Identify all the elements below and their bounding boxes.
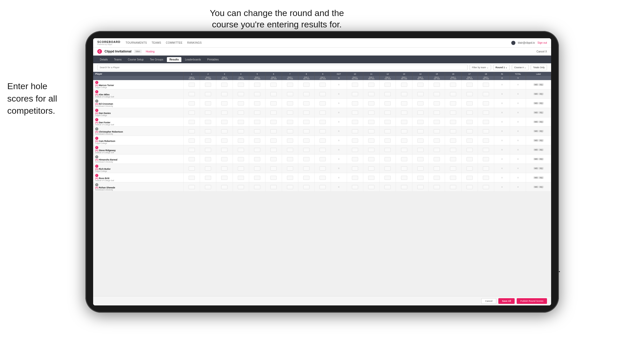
hole-3-input[interactable] [216,182,233,192]
score-input-h7[interactable] [287,111,293,115]
score-input-h15[interactable] [434,139,440,143]
score-input-h14[interactable] [417,166,424,171]
score-input-h2[interactable] [205,129,211,133]
score-input-h10[interactable] [352,129,358,133]
score-input-h13[interactable] [401,129,407,133]
score-input-h2[interactable] [205,111,211,115]
score-input-h7[interactable] [287,176,293,180]
hole-14-input[interactable] [412,136,428,145]
hole-10-input[interactable] [347,89,363,99]
score-input-h18[interactable] [483,185,489,189]
hole-8-input[interactable] [298,127,314,136]
hole-17-input[interactable] [461,99,478,108]
score-input-h17[interactable] [467,83,473,87]
score-input-h10[interactable] [352,148,358,152]
hole-16-input[interactable] [445,89,461,99]
hole-15-input[interactable] [429,182,445,192]
tab-course-setup[interactable]: Course Setup [125,57,146,62]
score-input-h7[interactable] [287,129,293,133]
wd-button[interactable]: WD [534,149,539,151]
score-input-h14[interactable] [417,185,424,189]
hole-1-input[interactable] [183,182,200,192]
hole-8-input[interactable] [298,173,314,182]
score-input-h2[interactable] [205,148,211,152]
publish-round-scores-btn[interactable]: Publish Round Scores [517,298,547,304]
hole-6-input[interactable] [265,182,282,192]
score-input-h1[interactable] [189,120,195,124]
hole-1-input[interactable] [183,80,200,89]
score-input-h8[interactable] [303,157,309,161]
score-input-h9[interactable] [320,157,326,161]
score-input-h13[interactable] [401,120,407,124]
wd-button[interactable]: WD [534,83,539,86]
score-input-h1[interactable] [189,139,195,143]
tab-teams[interactable]: Teams [112,57,124,62]
hole-17-input[interactable] [461,136,478,145]
hole-4-input[interactable] [233,173,249,182]
score-input-h3[interactable] [221,139,227,143]
hole-4-input[interactable] [233,136,249,145]
hole-7-input[interactable] [282,99,298,108]
score-input-h10[interactable] [352,120,358,124]
score-input-h4[interactable] [238,129,244,133]
hole-9-input[interactable] [315,127,331,136]
tab-tee-groups[interactable]: Tee Groups [147,57,166,62]
hole-11-input[interactable] [363,145,379,155]
course-select-btn[interactable]: Course A ⌄ [512,65,529,70]
score-input-h3[interactable] [221,185,227,189]
score-input-h18[interactable] [483,101,489,105]
nav-committee[interactable]: COMMITTEE [166,41,183,44]
score-input-h6[interactable] [270,111,277,115]
hole-16-input[interactable] [445,155,461,164]
score-input-h15[interactable] [434,111,440,115]
score-input-h10[interactable] [352,166,358,171]
dq-button[interactable]: DQ [539,167,544,170]
hole-18-input[interactable] [478,164,494,173]
hole-11-input[interactable] [363,108,379,117]
score-input-h2[interactable] [205,92,211,96]
hole-3-input[interactable] [216,89,233,99]
score-input-h3[interactable] [221,166,227,171]
score-input-h17[interactable] [467,185,473,189]
hole-14-input[interactable] [412,127,428,136]
score-input-h12[interactable] [384,139,391,143]
dq-button[interactable]: DQ [539,176,544,179]
score-input-h1[interactable] [189,157,195,161]
hole-6-input[interactable] [265,136,282,145]
score-input-h17[interactable] [467,111,473,115]
hole-17-input[interactable] [461,145,478,155]
hole-16-input[interactable] [445,127,461,136]
score-input-h9[interactable] [320,129,326,133]
hole-6-input[interactable] [265,127,282,136]
dq-button[interactable]: DQ [539,149,544,151]
score-input-h15[interactable] [434,185,440,189]
score-input-h15[interactable] [434,148,440,152]
nav-teams[interactable]: TEAMS [152,41,161,44]
score-input-h2[interactable] [205,101,211,105]
score-input-h18[interactable] [483,148,489,152]
hole-8-input[interactable] [298,145,314,155]
score-input-h6[interactable] [270,139,277,143]
hole-7-input[interactable] [282,127,298,136]
score-input-h3[interactable] [221,176,227,180]
score-input-h16[interactable] [450,139,456,143]
hole-6-input[interactable] [265,108,282,117]
score-input-h2[interactable] [205,166,211,171]
score-input-h4[interactable] [238,166,244,171]
tab-details[interactable]: Details [97,57,110,62]
hole-12-input[interactable] [380,99,396,108]
hole-18-input[interactable] [478,117,494,127]
score-input-h1[interactable] [189,148,195,152]
score-input-h15[interactable] [434,101,440,105]
hole-10-input[interactable] [347,136,363,145]
hole-16-input[interactable] [445,164,461,173]
tab-leaderboards[interactable]: Leaderboards [182,57,204,62]
hole-14-input[interactable] [412,80,428,89]
hole-4-input[interactable] [233,164,249,173]
hole-3-input[interactable] [216,136,233,145]
score-input-h18[interactable] [483,129,489,133]
score-input-h3[interactable] [221,148,227,152]
hole-1-input[interactable] [183,145,200,155]
score-input-h16[interactable] [450,148,456,152]
hole-10-input[interactable] [347,182,363,192]
